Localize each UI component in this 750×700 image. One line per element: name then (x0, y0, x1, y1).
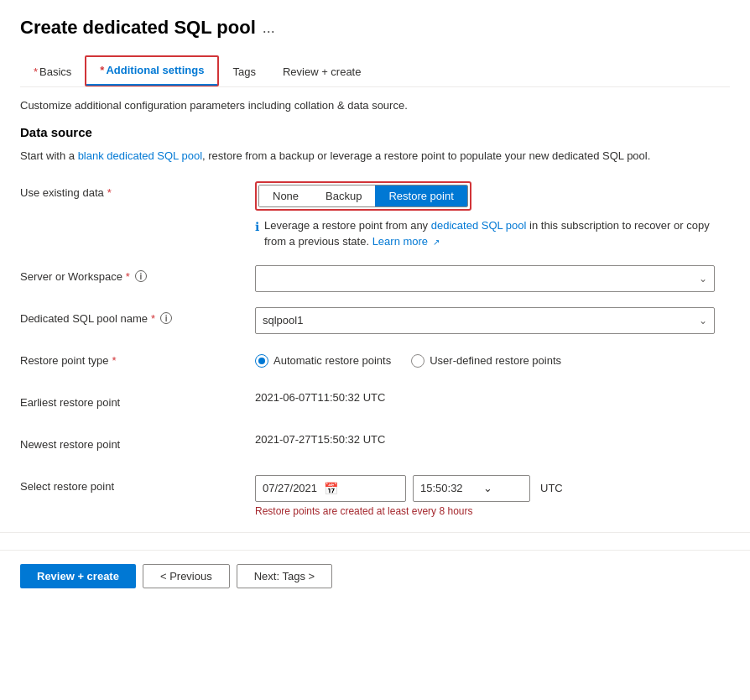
restore-point-type-row: Restore point type * Automatic restore p… (20, 349, 730, 376)
select-restore-point-row: Select restore point 07/27/2021 📅 15:50:… (20, 475, 730, 517)
restore-hint: Restore points are created at least ever… (255, 505, 730, 517)
previous-button[interactable]: < Previous (143, 564, 230, 588)
restore-date-input[interactable]: 07/27/2021 📅 (255, 475, 406, 502)
tab-additional-settings[interactable]: *Additional settings (85, 55, 219, 86)
sql-pool-name-control: sqlpool1 ⌄ (255, 307, 730, 334)
select-restore-point-label: Select restore point (20, 475, 255, 493)
data-source-section-title: Data source (20, 125, 730, 139)
page-title-ellipsis: ... (263, 19, 275, 37)
tab-basics[interactable]: *Basics (20, 59, 85, 86)
review-create-button[interactable]: Review + create (20, 564, 136, 588)
sql-pool-name-label: Dedicated SQL pool name * i (20, 307, 255, 325)
info-icon: ℹ (255, 218, 259, 236)
server-workspace-info-icon[interactable]: i (135, 270, 147, 282)
next-tags-button[interactable]: Next: Tags > (237, 564, 332, 588)
page-title: Create dedicated SQL pool ... (20, 17, 730, 39)
footer-divider (0, 532, 750, 533)
tab-bar: *Basics *Additional settings Tags Review… (20, 55, 730, 87)
restore-time-dropdown[interactable]: 15:50:32 ⌄ (413, 475, 530, 502)
footer: Review + create < Previous Next: Tags > (0, 550, 750, 602)
auto-restore-label: Automatic restore points (273, 354, 391, 367)
user-defined-restore-radio[interactable] (411, 354, 424, 368)
page-title-text: Create dedicated SQL pool (20, 17, 256, 39)
sql-pool-name-value: sqlpool1 (263, 314, 303, 326)
use-existing-control: None Backup Restore point ℹ Leverage a r… (255, 181, 730, 250)
dedicated-sql-pool-link[interactable]: dedicated SQL pool (431, 219, 527, 232)
auto-restore-option[interactable]: Automatic restore points (255, 354, 391, 368)
tab-tags[interactable]: Tags (219, 59, 268, 86)
newest-restore-label: Newest restore point (20, 433, 255, 451)
use-existing-label: Use existing data * (20, 181, 255, 199)
restore-time-value: 15:50:32 (420, 482, 463, 494)
external-link-icon: ↗ (433, 238, 440, 247)
date-picker-row: 07/27/2021 📅 15:50:32 ⌄ UTC (255, 475, 730, 502)
tab-additional-asterisk: * (100, 64, 104, 76)
earliest-restore-row: Earliest restore point 2021-06-07T11:50:… (20, 391, 730, 418)
tab-description: Customize additional configuration param… (20, 99, 730, 112)
user-defined-restore-option[interactable]: User-defined restore points (411, 354, 561, 368)
none-btn[interactable]: None (259, 185, 312, 206)
auto-restore-radio[interactable] (255, 354, 268, 368)
earliest-restore-control: 2021-06-07T11:50:32 UTC (255, 391, 730, 404)
restore-point-toggle-wrapper: None Backup Restore point (255, 181, 471, 211)
sql-pool-name-row: Dedicated SQL pool name * i sqlpool1 ⌄ (20, 307, 730, 334)
restore-point-type-label: Restore point type * (20, 349, 255, 367)
learn-more-link[interactable]: Learn more ↗ (372, 235, 440, 248)
restore-point-btn[interactable]: Restore point (375, 185, 466, 206)
newest-restore-row: Newest restore point 2021-07-27T15:50:32… (20, 433, 730, 460)
server-workspace-value (263, 272, 266, 285)
utc-label: UTC (540, 482, 563, 494)
restore-point-type-control: Automatic restore points User-defined re… (255, 349, 730, 368)
restore-point-type-radio-group: Automatic restore points User-defined re… (255, 349, 730, 368)
calendar-icon: 📅 (324, 482, 338, 495)
earliest-restore-value: 2021-06-07T11:50:32 UTC (255, 386, 385, 404)
data-source-description: Start with a blank dedicated SQL pool, r… (20, 148, 730, 165)
sql-pool-name-dropdown[interactable]: sqlpool1 ⌄ (255, 307, 715, 334)
server-workspace-control: ⌄ (255, 265, 730, 292)
user-defined-restore-label: User-defined restore points (430, 354, 561, 367)
server-workspace-chevron: ⌄ (699, 273, 707, 285)
server-workspace-label: Server or Workspace * i (20, 265, 255, 283)
newest-restore-control: 2021-07-27T15:50:32 UTC (255, 433, 730, 446)
info-box: ℹ Leverage a restore point from any dedi… (255, 217, 730, 250)
blank-pool-link[interactable]: blank dedicated SQL pool (78, 149, 202, 162)
select-restore-point-control: 07/27/2021 📅 15:50:32 ⌄ UTC Restore poin… (255, 475, 730, 517)
tab-basics-asterisk: * (34, 65, 38, 78)
toggle-group: None Backup Restore point (258, 185, 468, 207)
newest-restore-value: 2021-07-27T15:50:32 UTC (255, 428, 385, 446)
use-existing-data-row: Use existing data * None Backup Restore … (20, 181, 730, 250)
tab-review-create[interactable]: Review + create (269, 59, 375, 86)
backup-btn[interactable]: Backup (312, 185, 375, 206)
info-message: Leverage a restore point from any dedica… (264, 217, 730, 250)
restore-time-chevron: ⌄ (483, 482, 492, 494)
server-workspace-row: Server or Workspace * i ⌄ (20, 265, 730, 292)
server-workspace-dropdown[interactable]: ⌄ (255, 265, 715, 292)
earliest-restore-label: Earliest restore point (20, 391, 255, 409)
restore-date-value: 07/27/2021 (263, 482, 317, 494)
sql-pool-chevron: ⌄ (699, 315, 707, 326)
sql-pool-name-info-icon[interactable]: i (160, 312, 172, 324)
